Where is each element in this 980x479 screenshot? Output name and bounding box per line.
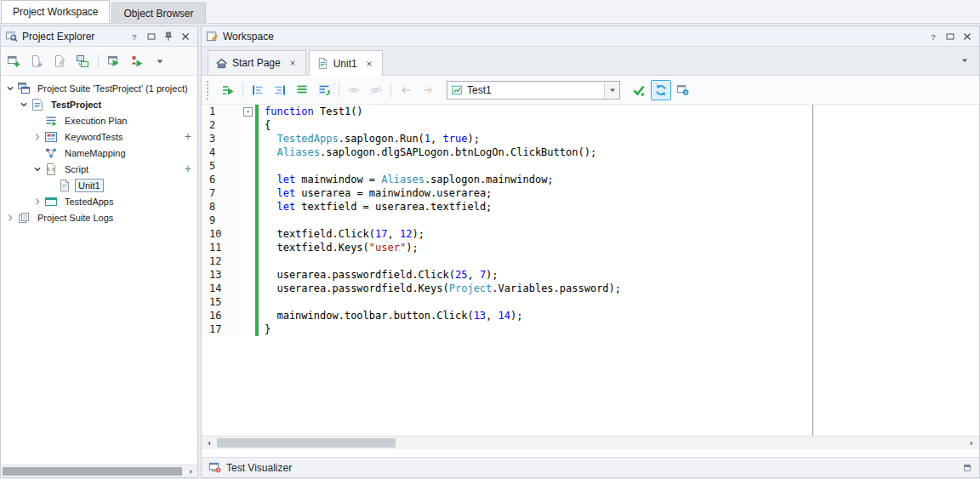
settings-gear-button[interactable]: [673, 80, 693, 100]
code-line[interactable]: 12: [202, 254, 979, 268]
doc-tab-icon-wrap: [215, 57, 228, 70]
add-child-button[interactable]: +: [185, 129, 191, 143]
code-token: .saplogon.dlgSAPLogon.btnLogOn.ClickButt…: [320, 146, 596, 158]
test-selector[interactable]: Test1: [447, 81, 620, 100]
project-suite-icon: [17, 82, 31, 95]
tree-item-testedapps[interactable]: TestedApps: [1, 193, 197, 209]
tree-item-project-suite-testproject-1-project[interactable]: Project Suite 'TestProject' (1 project): [1, 80, 197, 96]
code-token: }: [265, 323, 271, 335]
editor-hscrollbar[interactable]: [202, 436, 979, 449]
project-explorer-scrollbar[interactable]: [1, 465, 197, 477]
format-arrow-button[interactable]: [314, 80, 334, 100]
new-file-button[interactable]: [26, 51, 47, 71]
float-icon: [145, 31, 157, 43]
code-line[interactable]: 13 userarea.passwordfield.Click(25, 7);: [202, 268, 979, 282]
test-visualizer-icon-wrap: [208, 461, 221, 474]
edit-file-button[interactable]: [49, 51, 70, 71]
code-line[interactable]: 5: [202, 159, 979, 173]
tree-chevron[interactable]: [31, 163, 44, 176]
close-tab-button[interactable]: [363, 58, 375, 70]
scroll-left-button[interactable]: [202, 436, 216, 449]
run-suite-button[interactable]: [104, 51, 124, 71]
run-project-button[interactable]: [127, 51, 147, 71]
tree-item-script[interactable]: Script+: [1, 161, 197, 177]
close-button[interactable]: [178, 29, 193, 44]
close-button[interactable]: [960, 29, 975, 44]
test-selector-dropdown[interactable]: [604, 82, 619, 99]
help-button[interactable]: ?: [127, 29, 142, 44]
code-token: ,: [486, 310, 498, 322]
checkpoint-button[interactable]: [629, 80, 649, 100]
tree-chevron[interactable]: [17, 98, 31, 111]
align-left-button[interactable]: [248, 80, 268, 100]
help-icon: ?: [927, 31, 939, 43]
pe-scroll-right-button[interactable]: [185, 466, 197, 476]
code-editor[interactable]: 1-function Test1()2{3 TestedApps.saplogo…: [202, 105, 979, 436]
float-button[interactable]: [144, 29, 159, 44]
doc-tab-unit1[interactable]: Unit1: [309, 50, 383, 76]
code-line[interactable]: 4 Aliases.saplogon.dlgSAPLogon.btnLogOn.…: [202, 145, 979, 159]
test-visualizer-bar[interactable]: Test Visualizer: [202, 457, 979, 477]
line-number: 10: [202, 227, 241, 241]
code-token: 1: [424, 133, 430, 145]
tree-item-execution-plan[interactable]: Execution Plan: [1, 112, 197, 128]
tree-item-project-suite-logs[interactable]: Project Suite Logs: [1, 209, 197, 225]
project-explorer-scrollbar-thumb[interactable]: [3, 467, 182, 476]
scroll-right-button[interactable]: [965, 436, 978, 449]
code-line[interactable]: 6 let mainwindow = Aliases.saplogon.main…: [202, 173, 979, 186]
code-text: let mainwindow = Aliases.saplogon.mainwi…: [259, 173, 554, 186]
code-line[interactable]: 16 mainwindow.toolbar.button.Click(13, 1…: [202, 309, 979, 322]
tree-chevron[interactable]: [3, 211, 17, 225]
pin-button[interactable]: [161, 29, 176, 44]
tree-chevron[interactable]: [31, 195, 44, 208]
sync-button[interactable]: [651, 80, 671, 100]
organize-button[interactable]: [72, 51, 93, 71]
tree-item-keywordtests[interactable]: KeywordTests+: [1, 128, 197, 145]
editor-scrollbar-thumb[interactable]: [217, 438, 396, 448]
fold-margin[interactable]: -: [241, 105, 255, 118]
top-tab-project-workspace[interactable]: Project Workspace: [1, 0, 110, 23]
code-line[interactable]: 2{: [202, 118, 979, 132]
code-line[interactable]: 1-function Test1(): [202, 105, 979, 118]
ws-edit-icon: [206, 30, 219, 43]
toolbar-grip[interactable]: [207, 81, 212, 100]
code-line[interactable]: 14 userarea.passwordfield.Keys(Project.V…: [202, 282, 979, 295]
help-icon: ?: [128, 31, 140, 43]
line-number: 17: [202, 322, 241, 336]
code-token: 17: [375, 228, 387, 240]
float-icon: [944, 31, 956, 43]
tree-chevron[interactable]: [31, 130, 44, 144]
align-right-button[interactable]: [270, 80, 290, 100]
align-lines-button[interactable]: [292, 80, 312, 100]
code-line[interactable]: 7 let userarea = mainwindow.userarea;: [202, 186, 979, 200]
code-line[interactable]: 15: [202, 295, 979, 309]
code-line[interactable]: 17}: [202, 322, 979, 336]
code-line[interactable]: 10 textfield.Click(17, 12);: [202, 227, 979, 241]
code-line[interactable]: 9: [202, 214, 979, 227]
code-line[interactable]: 8 let textfield = userarea.textfield;: [202, 200, 979, 214]
logs-icon: [17, 211, 31, 225]
float-button[interactable]: [943, 29, 958, 44]
tree-item-unit1[interactable]: Unit1: [1, 177, 197, 193]
code-line[interactable]: 11 textfield.Keys("user");: [202, 241, 979, 254]
tree-item-testproject[interactable]: TestProject: [1, 96, 197, 112]
fold-collapse-button[interactable]: -: [243, 107, 253, 117]
run-routine-button[interactable]: [218, 80, 238, 100]
add-child-button[interactable]: +: [185, 162, 191, 175]
project-explorer-panel: Project Explorer ? Project Suite 'TestPr…: [0, 26, 198, 478]
code-token: 13: [474, 310, 486, 322]
doc-tab-start-page[interactable]: Start Page: [208, 50, 306, 75]
top-tab-object-browser[interactable]: Object Browser: [111, 3, 205, 23]
help-button[interactable]: ?: [926, 29, 941, 44]
tab-list-dropdown[interactable]: [958, 54, 971, 67]
tree-item-namemapping[interactable]: NameMapping: [1, 145, 197, 161]
dropdown-button[interactable]: [150, 51, 170, 71]
tree-chevron[interactable]: [3, 82, 17, 95]
dock-button[interactable]: [962, 463, 972, 473]
code-token: let: [276, 174, 295, 185]
arrow-right-sm-icon: [966, 438, 977, 448]
code-text: userarea.passwordfield.Keys(Project.Vari…: [259, 282, 621, 295]
add-item-button[interactable]: [3, 51, 24, 71]
code-line[interactable]: 3 TestedApps.saplogon.Run(1, true);: [202, 132, 979, 145]
close-tab-button[interactable]: [287, 57, 299, 69]
